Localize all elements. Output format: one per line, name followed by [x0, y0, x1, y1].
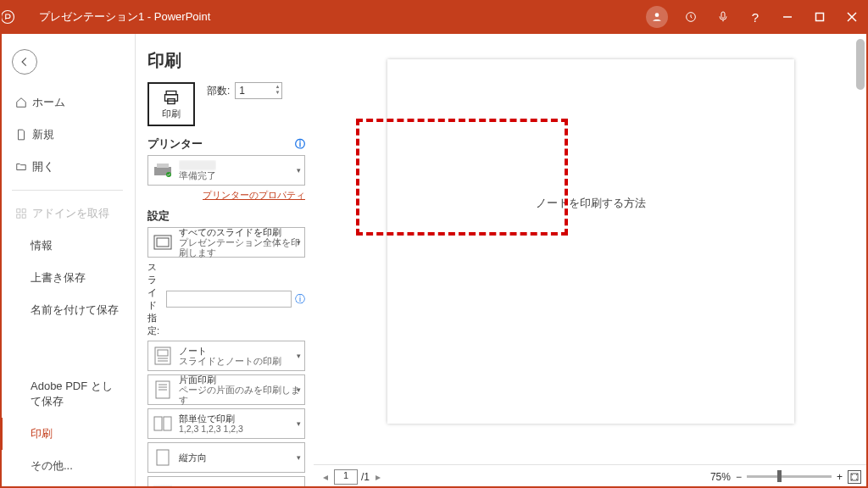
svg-rect-18 — [157, 238, 169, 247]
svg-point-1 — [655, 13, 659, 17]
nav-info[interactable]: 情報 — [0, 230, 135, 262]
print-button[interactable]: 印刷 — [147, 82, 195, 126]
nav-open[interactable]: 開く — [0, 151, 135, 183]
zoom-out-button[interactable]: − — [736, 471, 742, 483]
svg-rect-8 — [22, 209, 25, 213]
nav-addins[interactable]: アドインを取得 — [0, 197, 135, 230]
settings-heading: 設定 — [147, 208, 170, 224]
page-total: /1 — [361, 471, 370, 483]
mic-icon[interactable] — [707, 0, 739, 34]
nav-save[interactable]: 上書き保存 — [0, 262, 135, 294]
page-prev-button[interactable]: ◂ — [320, 471, 331, 483]
layout-select[interactable]: ノートスライドとノートの印刷 ▾ — [147, 341, 305, 371]
preview-page: ノートを印刷する方法 — [387, 59, 794, 424]
collate-select[interactable]: 部単位で印刷1,2,3 1,2,3 1,2,3 ▾ — [147, 408, 305, 439]
coming-soon-icon[interactable] — [675, 0, 707, 34]
chevron-down-icon: ▾ — [297, 385, 301, 394]
grayscale-icon — [152, 480, 174, 488]
svg-rect-7 — [17, 209, 20, 213]
svg-point-0 — [2, 11, 14, 24]
nav-new-label: 新規 — [32, 127, 54, 142]
account-button[interactable] — [643, 0, 675, 34]
open-icon — [15, 161, 32, 173]
chevron-down-icon: ▾ — [297, 453, 301, 462]
zoom-in-button[interactable]: + — [837, 471, 843, 483]
zoom-value: 75% — [710, 471, 731, 483]
nav-print[interactable]: 印刷 — [0, 418, 135, 450]
svg-rect-29 — [157, 450, 169, 465]
nav-open-label: 開く — [32, 159, 54, 175]
chevron-down-icon: ▾ — [297, 419, 301, 428]
nav-home[interactable]: ホーム — [0, 86, 135, 119]
chevron-down-icon: ▾ — [297, 352, 301, 360]
close-button[interactable] — [836, 0, 868, 34]
slide-spec-label: スライド指定: — [147, 261, 163, 337]
nav-other[interactable]: その他... — [0, 450, 135, 482]
addins-icon — [15, 208, 32, 219]
svg-rect-30 — [153, 485, 172, 488]
page-current-input[interactable]: 1 — [334, 469, 358, 485]
slide-spec-input[interactable] — [166, 291, 292, 308]
copies-spinner[interactable]: 1 ▲▼ — [235, 82, 282, 99]
printer-name-blurred — [179, 160, 216, 170]
printer-info-icon[interactable]: ⓘ — [295, 137, 305, 152]
nav-home-label: ホーム — [32, 95, 65, 110]
copies-value: 1 — [239, 85, 245, 97]
printer-device-icon — [152, 159, 174, 181]
window-title: プレゼンテーション1 - PowerPoint — [39, 9, 210, 25]
printer-select[interactable]: 準備完了 ▾ — [147, 155, 305, 186]
portrait-icon — [152, 446, 174, 469]
svg-rect-20 — [158, 350, 168, 356]
svg-rect-15 — [157, 164, 169, 168]
svg-rect-28 — [164, 417, 171, 430]
nav-new[interactable]: 新規 — [0, 119, 135, 151]
slide-spec-info-icon[interactable]: ⓘ — [295, 292, 305, 307]
home-icon — [15, 97, 32, 108]
print-button-label: 印刷 — [162, 108, 181, 120]
chevron-down-icon: ▾ — [297, 238, 301, 247]
page-next-button[interactable]: ▸ — [373, 471, 383, 483]
notes-layout-icon — [152, 345, 174, 367]
svg-rect-27 — [154, 417, 162, 430]
print-range-select[interactable]: すべてのスライドを印刷プレゼンテーション全体を印刷します ▾ — [147, 227, 305, 258]
help-button[interactable]: ? — [739, 0, 771, 34]
slides-all-icon — [152, 231, 174, 253]
chevron-down-icon: ▾ — [297, 166, 301, 175]
maximize-button[interactable] — [804, 0, 836, 34]
printer-properties-link[interactable]: プリンターのプロパティ — [147, 189, 305, 202]
single-side-icon — [152, 379, 174, 401]
svg-rect-12 — [165, 94, 178, 101]
nav-saveas[interactable]: 名前を付けて保存 — [0, 294, 135, 326]
app-icon — [0, 9, 39, 25]
printer-icon — [162, 89, 181, 106]
nav-addins-label: アドインを取得 — [32, 206, 109, 221]
zoom-slider[interactable] — [747, 475, 832, 478]
nav-adobe-pdf[interactable]: Adobe PDF として保存 — [0, 370, 135, 418]
color-select[interactable]: グレースケール ▾ — [147, 476, 305, 488]
duplex-select[interactable]: 片面印刷ページの片面のみを印刷します ▾ — [147, 374, 305, 405]
printer-status: 準備完了 — [179, 170, 216, 180]
svg-rect-10 — [22, 214, 25, 218]
back-button[interactable] — [12, 49, 37, 75]
preview-slide-text: ノートを印刷する方法 — [536, 196, 646, 211]
fit-to-window-button[interactable] — [848, 470, 861, 484]
printer-heading: プリンター — [147, 136, 203, 152]
svg-rect-4 — [816, 14, 824, 21]
svg-rect-9 — [17, 214, 20, 218]
doc-icon — [15, 129, 32, 141]
preview-scrollbar[interactable] — [856, 39, 865, 439]
minimize-button[interactable] — [771, 0, 804, 34]
page-title: 印刷 — [147, 49, 305, 72]
collate-icon — [152, 413, 174, 435]
spinner-arrows-icon: ▲▼ — [275, 84, 280, 96]
preview-slide-thumb: ノートを印刷する方法 — [489, 144, 693, 263]
orientation-select[interactable]: 縦方向 ▾ — [147, 442, 305, 473]
copies-label: 部数: — [207, 84, 230, 98]
